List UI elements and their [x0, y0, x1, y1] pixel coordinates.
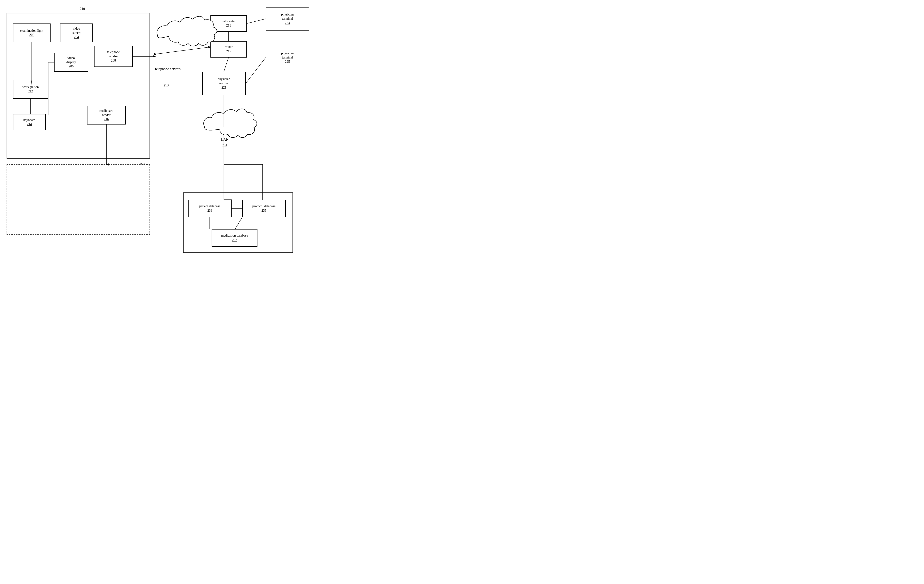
lan-num: 231 — [222, 143, 228, 147]
box-medication-database: medication database 237 — [211, 229, 257, 247]
svg-line-12 — [224, 58, 229, 72]
box-patient-database: patient database 233 — [188, 200, 232, 217]
svg-line-13 — [247, 19, 266, 23]
box-video-camera: videocamera 204 — [60, 23, 93, 42]
box-telephone-handset: telephonehandset 208 — [94, 46, 133, 67]
lan-label: LAN — [221, 137, 229, 141]
box-work-station: work station 212 — [13, 80, 48, 99]
telephone-network-label: telephone network — [155, 67, 181, 71]
box-keyboard: keyboard 214 — [13, 114, 46, 130]
svg-line-21 — [235, 217, 242, 229]
telephone-network-num: 213 — [163, 83, 169, 87]
label-220: 220 — [140, 163, 145, 166]
outer-box-220 — [7, 165, 150, 235]
box-video-display: videodisplay 206 — [54, 53, 88, 72]
svg-line-14 — [246, 58, 266, 83]
box-router: router 217 — [210, 41, 247, 58]
box-physician-terminal-223: physicianterminal 223 — [266, 7, 309, 31]
svg-line-9 — [156, 47, 210, 54]
box-protocol-database: protocol database 235 — [242, 200, 285, 217]
box-physician-terminal-225: physicianterminal 225 — [266, 46, 309, 69]
box-call-center: call center 215 — [210, 15, 247, 32]
label-210: 210 — [80, 7, 85, 11]
box-physician-terminal-221: physicianterminal 221 — [202, 72, 246, 95]
box-credit-card-reader: credit cardreader 216 — [87, 106, 126, 125]
box-examination-light: examination light 202 — [13, 23, 51, 42]
